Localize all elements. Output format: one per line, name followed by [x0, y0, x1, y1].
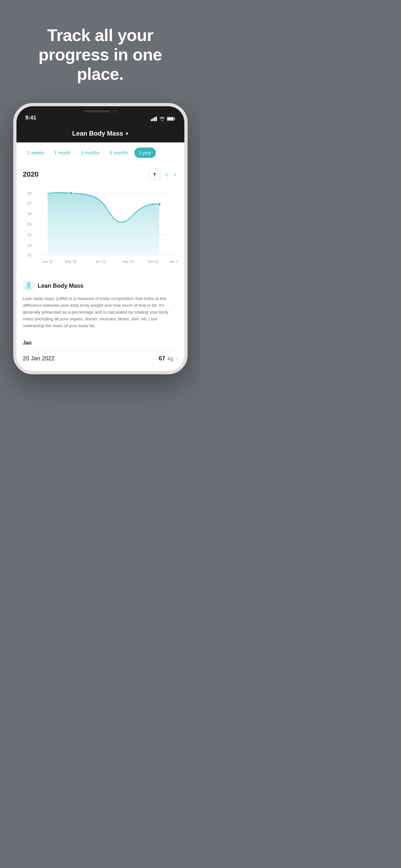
notch-camera — [113, 110, 117, 113]
hero-title: Track all your progress in one place. — [19, 26, 181, 84]
lbm-description: Lean body mass (LBM) is a measure of bod… — [23, 296, 178, 330]
filter-1month[interactable]: 1 month — [50, 148, 75, 158]
app-content: 2 weeks 1 month 3 months 6 months 1 year… — [17, 143, 184, 371]
filter-2weeks[interactable]: 2 weeks — [23, 148, 49, 158]
lbm-title: Lean Body Mass — [38, 283, 84, 289]
svg-point-29 — [27, 283, 30, 285]
table-row[interactable]: 20 Jan 2022 67 kg › — [23, 351, 178, 366]
status-icons — [151, 117, 175, 122]
svg-rect-0 — [151, 119, 152, 121]
svg-text:67: 67 — [27, 201, 32, 205]
lbm-section: Lean Body Mass Lean body mass (LBM) is a… — [17, 273, 184, 335]
t-button[interactable]: T — [149, 168, 160, 180]
svg-rect-3 — [156, 117, 157, 121]
body-icon — [25, 282, 32, 289]
data-month-label: Jan — [23, 340, 178, 346]
phone-mockup: 9:41 — [13, 103, 188, 374]
svg-point-21 — [69, 192, 73, 195]
entry-value-wrap: 67 kg › — [159, 355, 178, 362]
svg-text:62: 62 — [27, 253, 32, 257]
time-filter-bar: 2 weeks 1 month 3 months 6 months 1 year — [17, 143, 184, 163]
entry-date: 20 Jan 2022 — [23, 355, 55, 362]
chart-section: 2020 T ‹ › 68 67 66 65 64 — [17, 163, 184, 273]
chevron-down-icon[interactable]: ▾ — [126, 130, 128, 136]
svg-text:Nov'22: Nov'22 — [148, 260, 158, 264]
svg-text:May '22: May '22 — [65, 260, 77, 264]
notch — [74, 106, 126, 117]
filter-1year[interactable]: 1 year — [134, 148, 156, 158]
filter-6months[interactable]: 6 months — [105, 148, 133, 158]
svg-text:Jan '22: Jan '22 — [42, 260, 53, 264]
svg-rect-1 — [152, 118, 154, 121]
hero-section: Track all your progress in one place. — [0, 0, 201, 103]
svg-text:Jan '22: Jan '22 — [169, 260, 178, 264]
entry-unit: kg — [168, 356, 174, 362]
prev-button[interactable]: ‹ — [164, 169, 169, 180]
svg-point-22 — [158, 203, 161, 206]
svg-rect-5 — [174, 118, 175, 120]
lbm-header: Lean Body Mass — [23, 280, 178, 291]
svg-text:Sep '22: Sep '22 — [122, 260, 134, 264]
chart-controls: T ‹ › — [149, 168, 178, 180]
next-button[interactable]: › — [173, 169, 178, 180]
line-chart: 68 67 66 65 64 63 62 — [23, 185, 178, 269]
lbm-icon — [23, 280, 35, 291]
status-time: 9:41 — [26, 115, 36, 122]
data-section: Jan 20 Jan 2022 67 kg › — [17, 335, 184, 371]
entry-value: 67 — [159, 355, 165, 362]
chart-container: 68 67 66 65 64 63 62 — [23, 185, 178, 273]
battery-icon — [167, 117, 175, 121]
chart-header: 2020 T ‹ › — [23, 168, 178, 180]
svg-text:66: 66 — [27, 212, 32, 216]
svg-text:65: 65 — [27, 222, 32, 226]
svg-rect-2 — [154, 117, 155, 121]
app-header-title: Lean Body Mass — [72, 130, 123, 137]
app-header: Lean Body Mass ▾ — [17, 124, 184, 143]
chart-year: 2020 — [23, 170, 39, 179]
signal-icon — [151, 117, 157, 121]
status-bar: 9:41 — [17, 106, 184, 124]
svg-text:68: 68 — [27, 191, 32, 195]
svg-rect-6 — [167, 118, 173, 120]
filter-3months[interactable]: 3 months — [76, 148, 104, 158]
svg-text:63: 63 — [27, 244, 32, 247]
wifi-icon — [159, 117, 165, 121]
chevron-right-icon: › — [176, 355, 178, 362]
notch-bar — [84, 111, 110, 113]
svg-text:Jul '22: Jul '22 — [95, 260, 105, 264]
svg-text:64: 64 — [27, 233, 32, 237]
phone-body: 9:41 — [13, 103, 188, 374]
